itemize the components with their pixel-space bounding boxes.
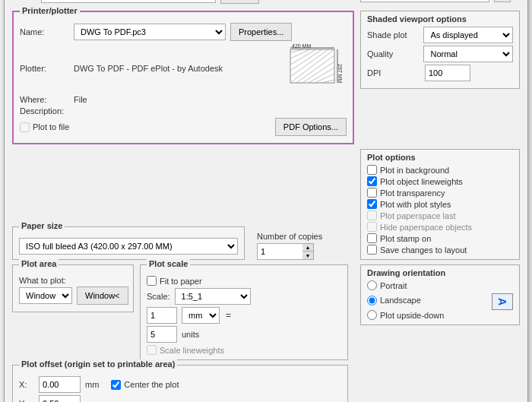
portrait-radio-label[interactable]: Portrait [367, 280, 513, 290]
what-to-plot-select[interactable]: Window [19, 287, 72, 304]
save-changes-label[interactable]: Save changes to layout [367, 245, 513, 255]
printer-name-select[interactable]: DWG To PDF.pc3 [74, 24, 226, 40]
window-button[interactable]: Window< [77, 286, 128, 305]
plot-offset-title: Plot offset (origin set to printable are… [19, 359, 177, 369]
mm-unit-select[interactable]: mm [182, 307, 220, 324]
printer-plotter-title: Printer/plotter [20, 6, 80, 15]
plot-in-background-label[interactable]: Plot in background [367, 165, 513, 175]
landscape-radio[interactable] [367, 296, 377, 305]
landscape-radio-label[interactable]: Landscape [367, 296, 421, 305]
plot-object-lineweights-label[interactable]: Plot object lineweights [367, 176, 513, 186]
y-unit-label: mm [85, 399, 99, 402]
drawing-orientation-section: Drawing orientation Portrait Landscape A [360, 264, 520, 325]
plot-scale-title: Plot scale [147, 259, 190, 268]
scale-select[interactable]: 1:5_1 [175, 288, 251, 305]
hide-paperspace-objects-label[interactable]: Hide paperspace objects [367, 222, 513, 232]
plot-to-file-checkbox[interactable] [20, 122, 30, 132]
printer-plotter-box: Printer/plotter Name: DWG To PDF.pc3 Pro… [12, 11, 354, 144]
plot-to-file-label[interactable]: Plot to file [20, 122, 69, 132]
printer-name-row: Name: DWG To PDF.pc3 Properties... [20, 23, 347, 41]
plot-style-grid-icon[interactable]: ⊞ [494, 0, 511, 2]
plot-in-background-checkbox[interactable] [367, 165, 377, 175]
plot-upside-down-radio[interactable] [367, 310, 377, 320]
paper-preview-svg: 420 MM 297 MM [289, 43, 344, 90]
where-row: Where: File [20, 95, 347, 104]
x-input[interactable] [39, 376, 81, 393]
y-row: Y: mm [19, 395, 341, 402]
quality-row: Quality Normal [367, 46, 513, 62]
plot-transparency-checkbox[interactable] [367, 188, 377, 198]
plot-upside-down-label[interactable]: Plot upside-down [367, 310, 513, 320]
paper-size-section: Paper size ISO full bleed A3 (420.00 x 2… [12, 226, 245, 260]
where-label: Where: [20, 95, 69, 104]
paper-preview-area: 420 MM 297 MM [289, 43, 344, 93]
plotter-value: DWG To PDF - PDF ePlot - by Autodesk [74, 64, 223, 73]
quality-select[interactable]: Normal [423, 46, 513, 62]
plotter-label: Plotter: [20, 64, 69, 73]
plot-with-plot-styles-checkbox[interactable] [367, 199, 377, 209]
scale-label: Scale: [147, 292, 170, 301]
plot-area-title: Plot area [19, 259, 59, 268]
plot-object-lineweights-checkbox[interactable] [367, 176, 377, 186]
plot-stamp-on-label[interactable]: Plot stamp on [367, 233, 513, 243]
copies-up-button[interactable]: ▲ [302, 244, 313, 252]
y-input[interactable] [39, 395, 81, 402]
plot-scale-box: Plot scale Fit to paper Scale: 1:5_1 [140, 264, 348, 360]
portrait-radio[interactable] [367, 280, 377, 290]
left-bottom-section: Plot area What to plot: Window Window< [12, 264, 348, 402]
shaded-viewport-box: Shaded viewport options Shade plot As di… [360, 11, 520, 89]
scale-lineweights-label[interactable]: Scale lineweights [147, 345, 341, 355]
plot-style-table-select[interactable]: None [360, 0, 489, 2]
shade-plot-label: Shade plot [367, 30, 419, 40]
plot-stamp-on-checkbox[interactable] [367, 233, 377, 243]
dialog-body: Page setup Name: <None> Add... Plot styl… [5, 0, 527, 402]
landscape-row: Landscape A [367, 293, 513, 310]
shade-plot-select[interactable]: As displayed [423, 27, 513, 43]
plot-with-plot-styles-label[interactable]: Plot with plot styles [367, 199, 513, 209]
plot-paperspace-last-label[interactable]: Plot paperspace last [367, 210, 513, 220]
properties-button[interactable]: Properties... [230, 23, 292, 41]
plot-area-section: Plot area What to plot: Window Window< [12, 264, 134, 312]
mm-row: mm = [147, 307, 341, 324]
paper-size-title: Paper size [19, 221, 65, 230]
landscape-icon: A [492, 293, 513, 310]
plot-style-table-section: Plot style table (pen assignments) None … [360, 0, 520, 6]
copies-section: Number of copies ▲ ▼ [257, 232, 348, 260]
plot-options-label: Plot options [367, 153, 513, 162]
center-plot-checkbox[interactable] [111, 380, 121, 390]
mm-input[interactable] [147, 307, 177, 324]
paper-size-box: Paper size ISO full bleed A3 (420.00 x 2… [12, 226, 245, 260]
paper-size-select[interactable]: ISO full bleed A3 (420.00 x 297.00 MM) [19, 238, 238, 255]
hide-paperspace-objects-checkbox[interactable] [367, 222, 377, 232]
copies-down-button[interactable]: ▼ [302, 252, 313, 259]
copies-input[interactable] [257, 243, 302, 260]
pdf-options-button[interactable]: PDF Options... [275, 118, 347, 136]
add-button[interactable]: Add... [220, 0, 259, 4]
save-changes-checkbox[interactable] [367, 245, 377, 255]
center-plot-label[interactable]: Center the plot [111, 380, 179, 390]
plot-paperspace-last-checkbox[interactable] [367, 210, 377, 220]
where-value: File [74, 95, 87, 104]
fit-to-paper-label[interactable]: Fit to paper [147, 276, 341, 286]
page-setup-name-select[interactable]: <None> [41, 0, 216, 3]
y-label: Y: [19, 399, 34, 402]
drawing-orientation-box: Drawing orientation Portrait Landscape A [360, 264, 520, 325]
units-row: units [147, 326, 341, 343]
quality-label: Quality [367, 49, 419, 59]
page-setup-section: Page setup Name: <None> Add... [12, 0, 354, 6]
scale-row: Scale: 1:5_1 [147, 288, 341, 305]
fit-to-paper-checkbox[interactable] [147, 276, 157, 286]
x-row: X: mm Center the plot [19, 376, 341, 393]
equals-sign: = [224, 310, 233, 321]
dpi-input[interactable] [425, 65, 470, 81]
scale-lineweights-checkbox[interactable] [147, 345, 157, 355]
drawing-orientation-label: Drawing orientation [367, 268, 513, 277]
units-input[interactable] [147, 326, 177, 343]
plot-transparency-label[interactable]: Plot transparency [367, 188, 513, 198]
what-to-plot-row: Window Window< [19, 286, 127, 305]
printer-name-label: Name: [20, 27, 69, 36]
shaded-viewport-section: Shaded viewport options Shade plot As di… [360, 11, 520, 144]
plot-scale-section: Plot scale Fit to paper Scale: 1:5_1 [140, 264, 348, 360]
copies-spinner-buttons: ▲ ▼ [302, 243, 314, 260]
plotter-row: Plotter: DWG To PDF - PDF ePlot - by Aut… [20, 43, 347, 93]
